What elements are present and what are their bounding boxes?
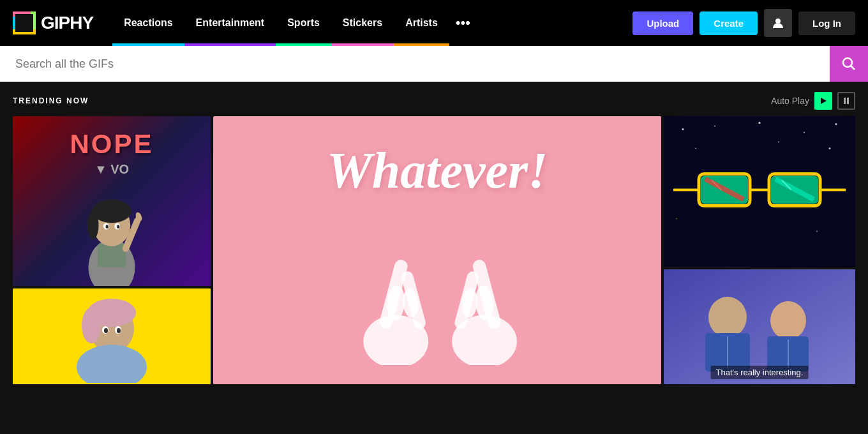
sunglasses-background xyxy=(664,116,855,267)
svg-point-48 xyxy=(829,147,831,149)
trending-title: TRENDING NOW xyxy=(13,96,89,105)
nav-entertainment[interactable]: Entertainment xyxy=(184,0,276,46)
play-icon xyxy=(819,97,827,105)
svg-point-25 xyxy=(82,308,101,343)
svg-point-67 xyxy=(770,301,806,340)
svg-point-51 xyxy=(676,218,677,220)
gif-actors[interactable]: That's really interesting. xyxy=(664,269,855,384)
person-illustration xyxy=(48,183,176,286)
right-column: That's really interesting. xyxy=(664,116,855,384)
svg-point-45 xyxy=(804,132,805,133)
left-column: NOPE ▼ VO xyxy=(13,116,211,384)
svg-point-29 xyxy=(117,328,121,333)
nav-stickers[interactable]: Stickers xyxy=(331,0,394,46)
gif-grid: NOPE ▼ VO xyxy=(0,116,868,384)
gif-sunglasses[interactable] xyxy=(664,116,855,267)
svg-point-6 xyxy=(843,58,852,67)
gif-yellow-person[interactable] xyxy=(13,288,211,384)
logo[interactable]: GIPHY xyxy=(13,11,93,34)
trending-section-header: TRENDING NOW Auto Play xyxy=(0,82,868,116)
nope-text: NOPE xyxy=(70,129,153,160)
header-actions: Upload Create Log In xyxy=(632,9,855,37)
svg-point-46 xyxy=(835,123,837,125)
svg-point-65 xyxy=(708,297,747,338)
svg-rect-10 xyxy=(847,98,849,104)
header: GIPHY Reactions Entertainment Sports Sti… xyxy=(0,0,868,46)
nope-sub-text: ▼ VO xyxy=(94,162,129,177)
svg-point-5 xyxy=(775,19,781,24)
gif-whatever[interactable]: Whatever! xyxy=(213,116,661,384)
search-icon xyxy=(842,57,856,71)
search-input[interactable] xyxy=(0,46,830,82)
nav-sports[interactable]: Sports xyxy=(276,0,331,46)
svg-marker-8 xyxy=(821,98,827,104)
yellow-background xyxy=(13,288,211,384)
nope-background: NOPE ▼ VO xyxy=(13,116,211,286)
svg-point-42 xyxy=(682,128,684,130)
svg-point-50 xyxy=(816,231,818,232)
nav-artists[interactable]: Artists xyxy=(394,0,449,46)
svg-rect-4 xyxy=(15,14,33,32)
hands-illustration xyxy=(316,200,558,365)
svg-rect-41 xyxy=(664,117,855,267)
svg-point-47 xyxy=(695,148,696,149)
nav-reactions[interactable]: Reactions xyxy=(112,0,184,46)
user-icon-button[interactable] xyxy=(764,9,792,37)
autoplay-controls: Auto Play xyxy=(771,92,855,110)
svg-line-7 xyxy=(851,66,855,70)
pause-icon xyxy=(843,97,849,105)
svg-rect-12 xyxy=(98,244,126,267)
svg-point-28 xyxy=(104,328,108,333)
user-icon xyxy=(772,17,784,29)
actors-background: That's really interesting. xyxy=(664,269,855,384)
svg-point-43 xyxy=(714,126,715,127)
create-button[interactable]: Create xyxy=(700,11,758,35)
upload-button[interactable]: Upload xyxy=(632,11,693,35)
main-nav: Reactions Entertainment Sports Stickers … xyxy=(112,0,626,46)
search-bar xyxy=(0,46,868,82)
autoplay-label: Auto Play xyxy=(771,96,809,106)
svg-rect-9 xyxy=(844,98,846,104)
play-button[interactable] xyxy=(814,92,832,110)
whatever-background: Whatever! xyxy=(213,116,661,384)
svg-point-44 xyxy=(759,122,761,124)
gif-nope[interactable]: NOPE ▼ VO xyxy=(13,116,211,286)
svg-point-19 xyxy=(117,225,119,228)
subtitle-text: That's really interesting. xyxy=(711,366,809,379)
search-button[interactable] xyxy=(830,46,868,82)
svg-point-18 xyxy=(105,225,108,228)
sunglasses-illustration xyxy=(664,116,855,267)
nav-more-button[interactable]: ••• xyxy=(449,0,477,46)
svg-point-49 xyxy=(778,142,779,143)
pause-button[interactable] xyxy=(837,92,855,110)
yellow-person-illustration xyxy=(48,290,176,383)
login-button[interactable]: Log In xyxy=(798,11,855,35)
logo-text: GIPHY xyxy=(41,13,93,33)
whatever-text: Whatever! xyxy=(327,142,548,200)
svg-point-15 xyxy=(87,211,99,239)
giphy-logo-icon xyxy=(13,11,36,34)
